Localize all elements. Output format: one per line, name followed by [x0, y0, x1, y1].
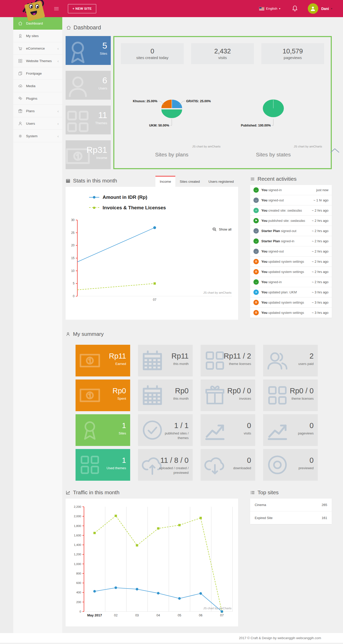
overview-stats: 0sites created today2,432visits10,579pag… [121, 43, 324, 64]
summary-card-uploaded-created-previewed[interactable]: 11 / 8 / 0uploaded / created / previewed [138, 449, 193, 481]
tab-income[interactable]: Income [155, 176, 175, 187]
tab-sites-created[interactable]: Sites created [175, 176, 204, 187]
dashed-marker-icon [89, 206, 99, 209]
sign-in-icon: → [253, 238, 259, 244]
page-title: Dashboard [66, 24, 332, 31]
chart-line-icon [66, 490, 70, 495]
activity-time: ~ 3 hrs ago [310, 301, 328, 304]
user-menu[interactable]: Dani [321, 7, 329, 11]
person-icon [66, 332, 70, 337]
summary-card-earned[interactable]: Rp11Earned [76, 345, 130, 376]
overview-panel: 0sites created today2,432visits10,579pag… [113, 36, 332, 169]
plan-icon: ✈ [253, 290, 259, 295]
pie-title-states: Sites by states [223, 152, 324, 158]
top-navbar: + NEW SITE English ▾ Dani ▾ [0, 0, 343, 17]
sidebar-item-system[interactable]: System‹ [13, 130, 62, 142]
activity-row: →You signed-out~ 2 hrs ago [250, 246, 332, 257]
trend-icon [265, 418, 290, 442]
avatar[interactable] [308, 3, 318, 14]
sidebar-item-plans[interactable]: Plans‹ [13, 105, 62, 117]
income-chart-panel: Amount in IDR (Rp)Invoices & Theme Licen… [66, 187, 238, 320]
calendar-icon [140, 348, 165, 373]
main-content: Dashboard 5Sites6Users11ThemesRp31Income… [62, 17, 343, 643]
stat-visits: 2,432visits [191, 43, 254, 64]
new-site-button[interactable]: + NEW SITE [68, 4, 96, 13]
overview-cards: 5Sites6Users11ThemesRp31Income [66, 36, 111, 169]
footer: 2017 © Craft & Design by webcanggih webc… [0, 633, 343, 643]
traffic-title: Traffic in this month [66, 489, 119, 496]
summary-grid: Rp11EarnedRp11this monthRp11 / 2theme li… [76, 345, 332, 481]
top-site-row[interactable]: Expired Site161 [250, 511, 332, 524]
activity-time: ~ 3 hrs ago [310, 290, 328, 294]
activity-time: ~ 2 hrs ago [310, 260, 328, 263]
overview-card-sites[interactable]: 5Sites [66, 36, 111, 65]
svg-text:1,400: 1,400 [74, 543, 81, 546]
recent-activities-title: Recent activities [250, 176, 297, 182]
svg-text:2,000: 2,000 [74, 515, 81, 518]
svg-text:UKM: 50.00%: UKM: 50.00% [149, 124, 169, 127]
summary-card-theme-licenses[interactable]: Rp11 / 2theme licenses [201, 345, 255, 376]
sidebar-item-users[interactable]: Users‹ [13, 117, 62, 130]
activity-time: ~ 2 hrs ago [310, 219, 328, 223]
ordered-list-icon [250, 490, 255, 495]
summary-card-sites[interactable]: 1Sites [76, 414, 130, 446]
overview-card-users[interactable]: 6Users [66, 71, 111, 100]
site-count: 265 [322, 503, 327, 507]
summary-card-this-month[interactable]: Rp11this month [138, 345, 193, 376]
svg-text:JS chart by amCharts: JS chart by amCharts [294, 145, 322, 148]
us-flag-icon [259, 7, 264, 10]
award-icon [18, 33, 23, 38]
submenu-chevron-icon: ‹ [57, 122, 59, 125]
summary-card-invoices[interactable]: Rp0 / 0invoices [201, 379, 255, 411]
svg-text:5: 5 [73, 282, 75, 285]
stats-tabs: IncomeSites createdUsers registered [155, 176, 238, 187]
svg-text:30: 30 [71, 218, 75, 222]
pie-charts: GRATIS: 25.00%UKM: 50.00%Khusus: 25.00%J… [121, 65, 324, 166]
sidebar-item-plugins[interactable]: Plugins [13, 92, 62, 105]
sidebar-item-dashboard[interactable]: Dashboard [13, 17, 62, 30]
app-logo[interactable] [10, 0, 51, 17]
summary-card-theme-licenses[interactable]: Rp0 / 0theme licenses [263, 379, 318, 411]
summary-card-users-paid[interactable]: 2users paid [263, 345, 318, 376]
summary-card-published-sites-themes[interactable]: 1 / 1published sites / themes [138, 414, 193, 446]
summary-card-visits[interactable]: 0visits [201, 414, 255, 446]
top-site-row[interactable]: Cinema265 [250, 499, 332, 511]
svg-text:10: 10 [71, 269, 75, 273]
wrench-icon: ⚙ [253, 300, 259, 305]
summary-card-this-month[interactable]: Rp0this month [138, 379, 193, 411]
back-to-top-button[interactable] [330, 148, 340, 154]
summary-card-spent[interactable]: Rp0Spent [76, 379, 130, 411]
sidebar-item-frontpage[interactable]: Frontpage [13, 67, 62, 80]
sign-in-icon: → [253, 187, 259, 193]
sidebar-item-media[interactable]: Media [13, 80, 62, 92]
award-icon [66, 38, 92, 65]
activity-row: →Starter Plan signed-out~ 2 hrs ago [250, 226, 332, 236]
cart-icon [18, 46, 23, 51]
sidebar-item-my-sites[interactable]: My sites [13, 30, 62, 42]
overview-card-income[interactable]: Rp31Income [66, 140, 111, 169]
language-selector[interactable]: English ▾ [259, 7, 280, 10]
sign-in-icon: → [253, 279, 259, 285]
svg-text:0: 0 [80, 610, 81, 613]
chevron-down-icon: ▾ [331, 7, 332, 10]
legend-item[interactable]: Invoices & Theme Licenses [89, 205, 238, 211]
summary-card-used-themes[interactable]: 1Used themes [76, 449, 130, 481]
activity-time: ~ 2 hrs ago [310, 270, 328, 274]
show-all-control[interactable]: Show all [212, 227, 231, 232]
tab-users-registered[interactable]: Users registered [204, 176, 238, 187]
eye-icon [265, 453, 290, 477]
menu-toggle-icon[interactable] [54, 7, 59, 10]
activity-row: ⚙You updated system settings~ 2 hrs ago [250, 257, 332, 267]
summary-card-downloaded[interactable]: 0downloaded [201, 449, 255, 481]
recent-activities-list: →You signed-injust now→You signed-out~ 1… [250, 185, 332, 318]
notifications-bell-icon[interactable] [292, 5, 298, 12]
overview-card-themes[interactable]: 11Themes [66, 106, 111, 134]
svg-text:1,600: 1,600 [74, 534, 81, 537]
sidebar-item-ecommerce[interactable]: eCommerce‹ [13, 42, 62, 55]
tags-icon [18, 96, 23, 101]
summary-card-pageviews[interactable]: 0pageviews [263, 414, 318, 446]
gift-icon [203, 383, 227, 408]
sidebar-item-website-themes[interactable]: Website Themes‹ [13, 55, 62, 67]
summary-card-previewed[interactable]: 0previewed [263, 449, 318, 481]
legend-item[interactable]: Amount in IDR (Rp) [89, 194, 238, 200]
